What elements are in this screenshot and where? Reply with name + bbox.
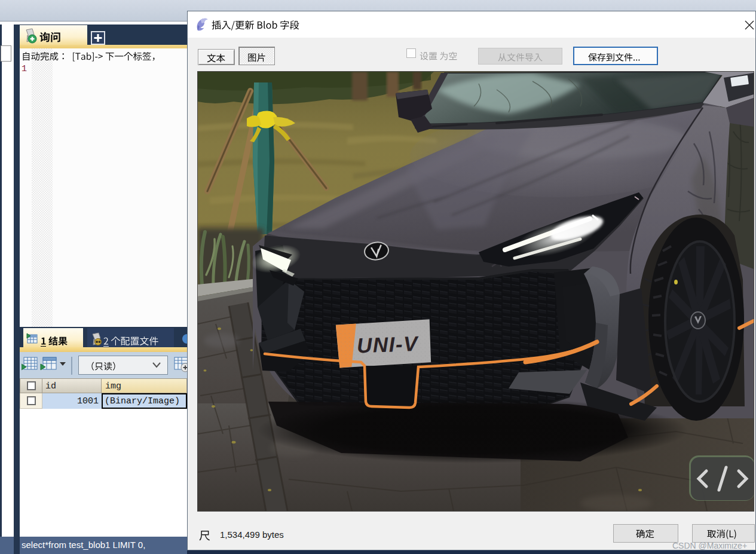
svg-text:UNI-V: UNI-V bbox=[356, 332, 419, 357]
